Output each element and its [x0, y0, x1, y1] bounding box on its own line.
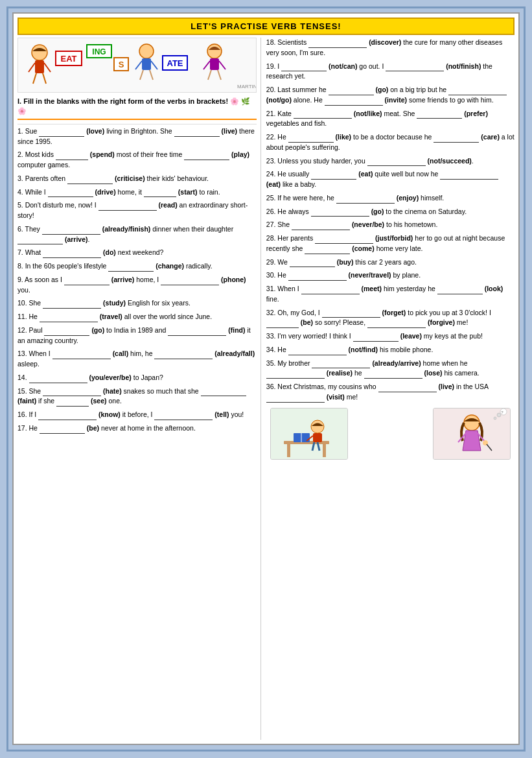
svg-line-17 [150, 70, 153, 80]
list-item: 25. If he were here, he (enjoy) himself. [266, 193, 515, 204]
list-item: 1. Sue (love) living in Brighton. She (l… [17, 126, 257, 147]
verb: (not/find) [349, 346, 378, 353]
verb: (never/travel) [349, 271, 391, 279]
list-item: 10. She (study) English for six years. [17, 298, 257, 309]
verb: (already/arrive) [372, 359, 421, 367]
blank [378, 385, 437, 392]
verb: (find) [228, 326, 245, 334]
list-item: 22. He (like) to be a doctor because he … [266, 132, 515, 153]
list-item: 28. Her parents (just/forbid) her to go … [266, 233, 515, 254]
list-item: 5. Don't disturb me, now! I (read) an ex… [17, 200, 257, 221]
bottom-svg-right: ? [434, 409, 510, 459]
verb: (prefer) [464, 110, 488, 117]
blank [266, 395, 325, 403]
list-item: 19. I (not/can) go out. I (not/finish) t… [266, 62, 515, 82]
list-item: 34. He (not/find) his mobile phone. [266, 345, 515, 355]
bottom-image-left [270, 408, 348, 460]
svg-line-2 [29, 63, 35, 72]
list-item: 29. We (buy) this car 2 years ago. [266, 257, 515, 268]
blank [315, 236, 373, 244]
list-item: 3. Parents often (criticise) their kids'… [17, 174, 257, 184]
list-item: 27. She (never/be) to his hometown. [266, 220, 515, 230]
verb: (go) [371, 207, 384, 215]
verb: (see) [91, 397, 107, 405]
instruction-text: I. Fill in the blanks with the right for… [17, 97, 257, 120]
blank [353, 334, 399, 342]
verb: (realise) [327, 369, 353, 377]
svg-text:EAT: EAT [61, 54, 77, 64]
header-title: LET'S PRACTISE VERB TENSES! [191, 21, 341, 31]
verb: (love) [86, 127, 104, 135]
blank [288, 135, 334, 143]
verb: (look) [485, 285, 503, 292]
blank [437, 287, 483, 294]
blank [154, 412, 213, 420]
list-item: 20. Last summer he (go) on a big trip bu… [266, 85, 515, 106]
left-exercises: 1. Sue (love) living in Brighton. She (l… [17, 126, 257, 434]
verb: (criticise) [115, 174, 145, 182]
right-exercises: 18. Scientists (discover) the cure for m… [266, 38, 515, 403]
verb: (meet) [361, 285, 382, 292]
header-svg: EAT ING S [17, 40, 257, 91]
blank [52, 351, 111, 359]
verb: (just/forbid) [375, 234, 413, 242]
blank [266, 371, 325, 379]
blank [288, 348, 347, 355]
item-number: 1. Sue [17, 127, 39, 135]
svg-line-5 [43, 73, 46, 84]
blank [367, 158, 426, 166]
blank [201, 388, 246, 396]
list-item: 6. They (already/finish) dinner when the… [17, 224, 257, 245]
verb: (lose) [424, 369, 442, 377]
item-number: 2. Most kids [17, 150, 56, 158]
svg-point-12 [139, 44, 154, 58]
bottom-image-right: ? [433, 408, 511, 460]
list-item: 18. Scientists (discover) the cure for m… [266, 38, 515, 58]
blank [17, 237, 63, 244]
svg-line-16 [140, 70, 143, 80]
list-item: 14. (you/ever/be) to Japan? [17, 373, 257, 383]
outer-border: LET'S PRACTISE VERB TENSES! [6, 6, 526, 752]
verb: (come) [352, 244, 374, 252]
svg-point-45 [497, 413, 501, 417]
blank [43, 250, 101, 258]
blank [174, 129, 220, 137]
inner-container: LET'S PRACTISE VERB TENSES! [12, 12, 520, 745]
blank [336, 196, 395, 204]
svg-line-22 [203, 61, 210, 69]
verb: (play) [231, 150, 249, 158]
svg-rect-13 [142, 58, 151, 70]
verb: (read) [158, 201, 177, 209]
verb: (be) [87, 424, 99, 432]
content-area: EAT ING S [14, 38, 518, 744]
verb: (study) [103, 299, 126, 307]
svg-text:S: S [119, 60, 124, 69]
list-item: 26. He always (go) to the cinema on Satu… [266, 207, 515, 217]
verb: (live) [438, 383, 454, 390]
blank [292, 222, 350, 230]
verb: (change) [156, 262, 184, 270]
svg-rect-29 [287, 444, 290, 457]
list-item: 12. Paul (go) to India in 1989 and (find… [17, 326, 257, 346]
verb: (enjoy) [397, 194, 419, 202]
verb: (not/like) [354, 110, 382, 117]
svg-text:?: ? [501, 410, 503, 415]
blank [56, 399, 89, 407]
verb: (forgive) [428, 318, 455, 326]
section-divider-1 [17, 124, 257, 124]
blank [367, 320, 426, 328]
list-item: 32. Oh, my God, I (forget) to pick you u… [266, 308, 515, 329]
verb: (do) [103, 248, 116, 256]
verb: (arrive) [111, 276, 135, 283]
blank [48, 189, 93, 197]
blank [311, 172, 356, 180]
left-column: EAT ING S [17, 38, 261, 740]
image-placeholder: EAT ING S [17, 40, 257, 91]
blank [308, 40, 367, 48]
blank [448, 88, 507, 95]
svg-point-44 [494, 417, 496, 420]
blank [440, 172, 498, 180]
right-column: 18. Scientists (discover) the cure for m… [261, 38, 515, 740]
blank [266, 320, 299, 328]
blank [67, 176, 113, 184]
